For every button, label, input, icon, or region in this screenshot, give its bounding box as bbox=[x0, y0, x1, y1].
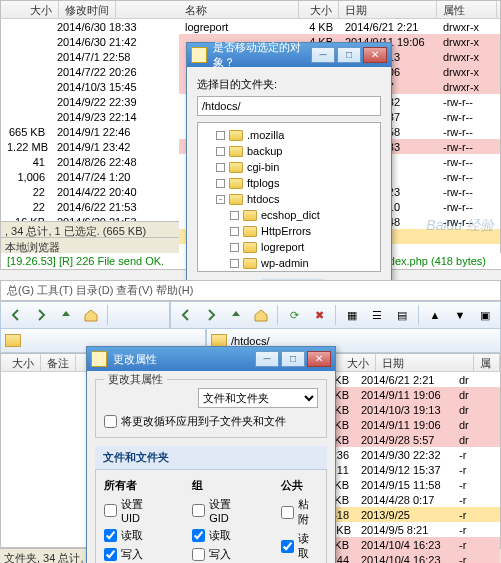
stop-icon[interactable]: ✖ bbox=[308, 304, 330, 326]
group-label: 更改其属性 bbox=[104, 372, 167, 387]
file-row[interactable]: 1.22 MB2014/9/1 23:42 bbox=[1, 139, 179, 154]
back-icon[interactable] bbox=[175, 304, 197, 326]
tree-item[interactable]: ftplogs bbox=[202, 175, 376, 191]
folder-tree[interactable]: .mozillabackupcgi-binftplogs-htdocsecsho… bbox=[197, 122, 381, 272]
maximize-button[interactable]: □ bbox=[281, 351, 305, 367]
folder-icon bbox=[243, 210, 257, 221]
up-icon[interactable] bbox=[225, 304, 247, 326]
tool-icon[interactable]: ▲ bbox=[424, 304, 446, 326]
status-left: , 34 总计, 1 已选定. (665 KB) bbox=[1, 221, 179, 237]
file-row[interactable]: 6 KB2014/4/28 0:17-r bbox=[315, 492, 500, 507]
status-left2: 本地浏览器 bbox=[1, 237, 179, 253]
minimize-button[interactable]: ─ bbox=[311, 47, 335, 63]
move-dialog: 是否移动选定的对象？ ─ □ ✕ 选择目的文件夹: .mozillabackup… bbox=[186, 42, 392, 313]
back-icon[interactable] bbox=[5, 304, 27, 326]
file-row[interactable]: 4 KB2014/6/21 2:21dr bbox=[315, 372, 500, 387]
file-row[interactable]: 4 KB2014/10/3 19:13dr bbox=[315, 402, 500, 417]
file-row[interactable]: 4 KB2014/10/4 16:23-r bbox=[315, 537, 500, 552]
left-header: 大小 修改时间 bbox=[1, 1, 179, 19]
tree-item[interactable]: HttpErrors bbox=[202, 223, 376, 239]
col-group: 组 bbox=[192, 478, 251, 493]
close-button[interactable]: ✕ bbox=[363, 47, 387, 63]
file-row[interactable]: 2014/6/30 21:42 bbox=[1, 34, 179, 49]
sticky-checkbox[interactable]: 粘附 bbox=[281, 497, 318, 527]
home-icon[interactable] bbox=[80, 304, 102, 326]
tool-icon[interactable]: ☰ bbox=[366, 304, 388, 326]
file-row[interactable]: 2014/7/22 20:26 bbox=[1, 64, 179, 79]
folder-icon bbox=[229, 178, 243, 189]
file-row[interactable]: 4182013/9/25-r bbox=[315, 507, 500, 522]
file-row[interactable]: 222014/6/22 21:53 bbox=[1, 199, 179, 214]
group-write[interactable]: 写入 bbox=[192, 547, 251, 562]
tool-icon[interactable]: ▤ bbox=[391, 304, 413, 326]
tree-item[interactable]: -htdocs bbox=[202, 191, 376, 207]
up-icon[interactable] bbox=[55, 304, 77, 326]
refresh-icon[interactable]: ⟳ bbox=[283, 304, 305, 326]
owner-write[interactable]: 写入 bbox=[104, 547, 162, 562]
folder-icon bbox=[243, 242, 257, 253]
forward-icon[interactable] bbox=[200, 304, 222, 326]
right-toolbar: ⟳ ✖ ▦ ☰ ▤ ▲ ▼ ▣ bbox=[170, 301, 501, 329]
app-icon bbox=[91, 351, 107, 367]
file-row[interactable]: 2014/7/1 22:58 bbox=[1, 49, 179, 64]
file-row[interactable]: 2014/9/22 22:39 bbox=[1, 94, 179, 109]
folder-icon bbox=[229, 162, 243, 173]
file-row[interactable]: 4 KB2014/9/11 19:06dr bbox=[315, 387, 500, 402]
minimize-button[interactable]: ─ bbox=[255, 351, 279, 367]
forward-icon[interactable] bbox=[30, 304, 52, 326]
close-button[interactable]: ✕ bbox=[307, 351, 331, 367]
file-row[interactable]: 2014/10/3 15:45 bbox=[1, 79, 179, 94]
dest-label: 选择目的文件夹: bbox=[197, 77, 381, 92]
file-row[interactable]: 222014/4/22 20:40 bbox=[1, 184, 179, 199]
file-row[interactable]: 2014/6/30 18:33 bbox=[1, 19, 179, 34]
app-icon bbox=[191, 47, 207, 63]
dialog-title: 是否移动选定的对象？ bbox=[213, 40, 309, 70]
gid-checkbox[interactable]: 设置 GID bbox=[192, 497, 251, 524]
file-row[interactable]: 412014/8/26 22:48 bbox=[1, 154, 179, 169]
tree-item[interactable]: wp-content bbox=[202, 271, 376, 272]
file-row[interactable]: 112014/9/12 15:37-r bbox=[315, 462, 500, 477]
menu-bar[interactable]: 总(G) 工具(T) 目录(D) 查看(V) 帮助(H) bbox=[0, 280, 501, 301]
file-row[interactable]: 2362014/9/30 22:32-r bbox=[315, 447, 500, 462]
right-header: 名称 大小 日期 属性 bbox=[179, 1, 500, 19]
tool-icon[interactable]: ▦ bbox=[341, 304, 363, 326]
properties-dialog: 更改属性 ─ □ ✕ 更改其属性 文件和文件夹 将更改循环应用到子文件夹和文件 … bbox=[86, 346, 336, 563]
tree-item[interactable]: ecshop_dict bbox=[202, 207, 376, 223]
uid-checkbox[interactable]: 设置 UID bbox=[104, 497, 162, 524]
file-row[interactable]: 4 KB2014/9/11 19:06dr bbox=[315, 417, 500, 432]
col-owner: 所有者 bbox=[104, 478, 162, 493]
path-input[interactable] bbox=[197, 96, 381, 116]
folder-icon bbox=[243, 258, 257, 269]
folder-icon bbox=[229, 130, 243, 141]
tree-item[interactable]: cgi-bin bbox=[202, 159, 376, 175]
file-row[interactable]: logreport4 KB2014/6/21 2:21drwxr-x bbox=[179, 19, 500, 34]
file-row[interactable]: 19 KB2014/9/5 8:21-r bbox=[315, 522, 500, 537]
file-row[interactable]: 665 KB2014/9/1 22:46 bbox=[1, 124, 179, 139]
folder-icon bbox=[5, 334, 21, 347]
recurse-checkbox[interactable]: 将更改循环应用到子文件夹和文件 bbox=[104, 414, 318, 429]
tree-item[interactable]: logreport bbox=[202, 239, 376, 255]
tree-item[interactable]: wp-admin bbox=[202, 255, 376, 271]
tree-item[interactable]: .mozilla bbox=[202, 127, 376, 143]
folder-icon bbox=[229, 194, 243, 205]
titlebar[interactable]: 是否移动选定的对象？ ─ □ ✕ bbox=[187, 43, 391, 67]
tool-icon[interactable]: ▣ bbox=[474, 304, 496, 326]
tool-icon[interactable]: ▼ bbox=[449, 304, 471, 326]
scope-select[interactable]: 文件和文件夹 bbox=[198, 388, 318, 408]
file-row[interactable]: 4 KB2014/9/15 11:58-r bbox=[315, 477, 500, 492]
public-read[interactable]: 读取 bbox=[281, 531, 318, 561]
section-strip: 文件和文件夹 bbox=[95, 446, 327, 470]
file-row[interactable]: 2442014/10/4 16:23-r bbox=[315, 552, 500, 563]
home-icon[interactable] bbox=[250, 304, 272, 326]
file-row[interactable]: 4 KB2014/9/28 5:57dr bbox=[315, 432, 500, 447]
group-read[interactable]: 读取 bbox=[192, 528, 251, 543]
titlebar[interactable]: 更改属性 ─ □ ✕ bbox=[87, 347, 335, 371]
folder-icon bbox=[243, 226, 257, 237]
tree-item[interactable]: backup bbox=[202, 143, 376, 159]
owner-read[interactable]: 读取 bbox=[104, 528, 162, 543]
file-row[interactable]: 1,0062014/7/24 1:20 bbox=[1, 169, 179, 184]
maximize-button[interactable]: □ bbox=[337, 47, 361, 63]
file-row[interactable]: 2014/9/23 22:14 bbox=[1, 109, 179, 124]
left-toolbar bbox=[0, 301, 170, 329]
dialog-title: 更改属性 bbox=[113, 352, 253, 367]
